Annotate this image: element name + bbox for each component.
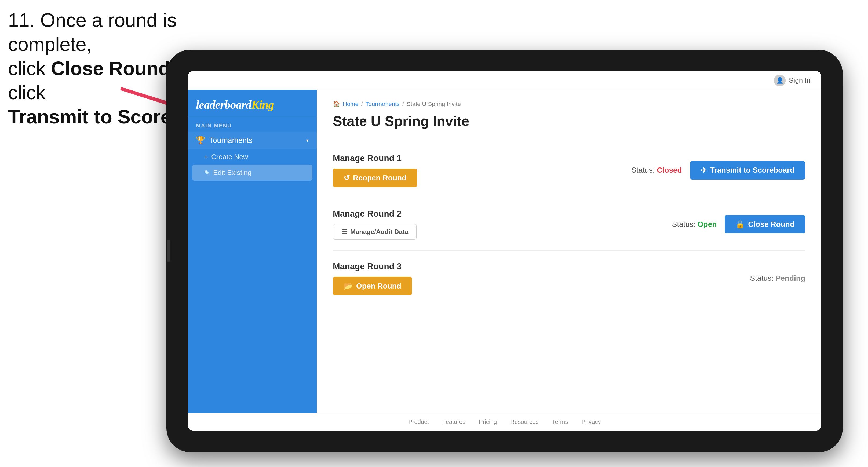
round-1-status: Status: Closed xyxy=(631,166,682,175)
close-round-button[interactable]: 🔒 Close Round xyxy=(725,215,805,234)
round-3-section: Manage Round 3 📂 Open Round Status: Pend… xyxy=(333,251,805,306)
transmit-label: Transmit to Scoreboard xyxy=(710,166,795,175)
sidebar-item-tournaments[interactable]: 🏆 Tournaments ▾ xyxy=(188,131,317,149)
open-round-label: Open Round xyxy=(356,282,401,290)
reopen-round-label: Reopen Round xyxy=(353,174,406,182)
logo-leaderboard: leaderboard xyxy=(196,98,251,112)
round-2-right: Status: Open 🔒 Close Round xyxy=(672,215,805,234)
create-new-label: Create New xyxy=(211,153,248,161)
breadcrumb-home[interactable]: Home xyxy=(343,101,359,107)
round-3-status-value: Pending xyxy=(776,274,805,282)
round-1-left: Manage Round 1 ↺ Reopen Round xyxy=(333,153,417,187)
top-bar: 👤 Sign In xyxy=(188,71,821,90)
round-2-status-value: Open xyxy=(698,220,717,228)
round-3-status: Status: Pending xyxy=(750,274,805,283)
instruction-bold1: Close Round xyxy=(51,58,170,79)
instruction-line1: 11. Once a round is complete, xyxy=(8,9,177,55)
round-2-section: Manage Round 2 ☰ Manage/Audit Data Statu… xyxy=(333,198,805,251)
page-title: State U Spring Invite xyxy=(333,113,805,129)
footer-features[interactable]: Features xyxy=(442,418,465,426)
footer-terms[interactable]: Terms xyxy=(552,418,568,426)
footer: Product Features Pricing Resources Terms… xyxy=(188,413,821,431)
transmit-to-scoreboard-button[interactable]: ✈ Transmit to Scoreboard xyxy=(690,161,805,180)
breadcrumb-sep1: / xyxy=(361,101,363,107)
round-1-status-value: Closed xyxy=(657,166,682,174)
round-2-title: Manage Round 2 xyxy=(333,209,416,219)
round-1-right: Status: Closed ✈ Transmit to Scoreboard xyxy=(631,161,805,180)
round-3-left: Manage Round 3 📂 Open Round xyxy=(333,261,412,295)
sidebar-sub-item-create-new[interactable]: + Create New xyxy=(188,149,317,165)
chevron-down-icon: ▾ xyxy=(306,137,309,144)
user-avatar-icon: 👤 xyxy=(774,74,785,86)
footer-pricing[interactable]: Pricing xyxy=(479,418,497,426)
edit-existing-label: Edit Existing xyxy=(213,168,251,177)
breadcrumb-current: State U Spring Invite xyxy=(407,101,461,107)
reopen-round-button[interactable]: ↺ Reopen Round xyxy=(333,168,417,187)
tablet-device: 👤 Sign In leaderboardKing MAIN MENU 🏆 To… xyxy=(166,50,843,452)
content-area: 🏠 Home / Tournaments / State U Spring In… xyxy=(317,90,821,413)
main-menu-label: MAIN MENU xyxy=(188,117,317,131)
logo-area: leaderboardKing xyxy=(188,90,317,117)
footer-product[interactable]: Product xyxy=(408,418,429,426)
breadcrumb-tournaments[interactable]: Tournaments xyxy=(366,101,400,107)
close-round-label: Close Round xyxy=(748,220,795,229)
round-3-title: Manage Round 3 xyxy=(333,261,412,271)
round-2-left: Manage Round 2 ☰ Manage/Audit Data xyxy=(333,209,416,240)
breadcrumb: 🏠 Home / Tournaments / State U Spring In… xyxy=(333,101,805,107)
round-3-right: Status: Pending xyxy=(750,274,805,283)
tablet-side-button xyxy=(167,240,170,262)
transmit-icon: ✈ xyxy=(701,166,707,175)
breadcrumb-sep2: / xyxy=(402,101,404,107)
round-2-status: Status: Open xyxy=(672,220,717,229)
sidebar: leaderboardKing MAIN MENU 🏆 Tournaments … xyxy=(188,90,317,413)
open-icon: 📂 xyxy=(344,282,353,290)
sign-in-area[interactable]: 👤 Sign In xyxy=(774,74,811,86)
sidebar-sub-item-edit-existing[interactable]: ✎ Edit Existing xyxy=(192,165,312,181)
tournaments-icon: 🏆 xyxy=(196,136,205,145)
footer-resources[interactable]: Resources xyxy=(510,418,538,426)
plus-icon: + xyxy=(204,153,208,161)
footer-privacy[interactable]: Privacy xyxy=(581,418,601,426)
logo: leaderboardKing xyxy=(196,98,309,112)
sign-in-label[interactable]: Sign In xyxy=(789,76,811,85)
instruction-line2: click xyxy=(8,58,51,79)
reopen-icon: ↺ xyxy=(344,174,350,182)
home-icon: 🏠 xyxy=(333,101,340,107)
manage-audit-label: Manage/Audit Data xyxy=(350,228,408,236)
lock-icon: 🔒 xyxy=(736,220,745,229)
tournaments-label: Tournaments xyxy=(209,136,253,145)
edit-icon: ✎ xyxy=(204,168,210,177)
logo-king: King xyxy=(251,98,274,112)
round-1-section: Manage Round 1 ↺ Reopen Round Status: Cl… xyxy=(333,143,805,198)
tablet-screen: 👤 Sign In leaderboardKing MAIN MENU 🏆 To… xyxy=(188,71,821,431)
main-layout: leaderboardKing MAIN MENU 🏆 Tournaments … xyxy=(188,90,821,413)
open-round-button[interactable]: 📂 Open Round xyxy=(333,277,412,295)
manage-audit-data-button[interactable]: ☰ Manage/Audit Data xyxy=(333,224,416,240)
audit-icon: ☰ xyxy=(341,228,347,236)
round-1-title: Manage Round 1 xyxy=(333,153,417,163)
